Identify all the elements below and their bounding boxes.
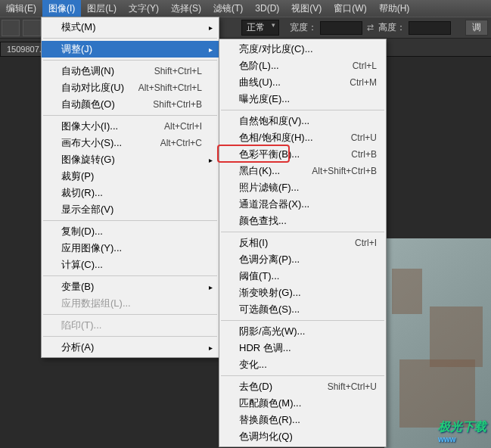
image-menu-item-20: 应用数据组(L)... [42, 295, 219, 312]
adjust-menu-item-label: 色调均化(Q) [239, 430, 293, 443]
menu-6[interactable]: 3D(D) [249, 1, 285, 16]
image-menu-item-shortcut: Alt+Ctrl+C [160, 138, 202, 148]
width-label: 宽度： [290, 21, 317, 34]
image-menu-item-10[interactable]: 图像旋转(G) [42, 151, 219, 168]
image-menu-item-label: 复制(D)... [61, 225, 103, 238]
adjust-menu-item-19[interactable]: 阴影/高光(W)... [219, 323, 386, 340]
adjust-menu-item-2[interactable]: 曲线(U)...Ctrl+M [219, 74, 386, 91]
image-menu-item-16[interactable]: 应用图像(Y)... [42, 240, 219, 257]
adjust-menu-item-25[interactable]: 替换颜色(R)... [219, 412, 386, 428]
menu-8[interactable]: 窗口(W) [328, 0, 372, 17]
image-menu-item-label: 自动色调(N) [61, 64, 114, 78]
image-menu-divider [43, 220, 217, 221]
adjust-menu-item-1[interactable]: 色阶(L)...Ctrl+L [219, 58, 386, 74]
image-menu-item-9[interactable]: 画布大小(S)...Alt+Ctrl+C [42, 135, 219, 151]
menu-1[interactable]: 图像(I) [42, 0, 81, 17]
image-menu-item-6[interactable]: 自动颜色(O)Shift+Ctrl+B [42, 96, 219, 113]
width-input[interactable] [320, 21, 362, 35]
image-menu-item-label: 调整(J) [61, 42, 92, 56]
image-menu-item-4[interactable]: 自动色调(N)Shift+Ctrl+L [42, 63, 219, 79]
image-menu-item-label: 自动颜色(O) [61, 98, 115, 111]
adjust-menu-item-3[interactable]: 曝光度(E)... [219, 91, 386, 107]
adjust-menu-item-shortcut: Ctrl+U [351, 132, 377, 143]
adjust-menu-item-26[interactable]: 色调均化(Q) [219, 428, 386, 445]
image-menu-item-19[interactable]: 变量(B) [42, 278, 219, 295]
image-menu-item-11[interactable]: 裁剪(P) [42, 168, 219, 185]
image-menu-item-label: 模式(M) [61, 20, 96, 34]
adjust-menu-item-label: 可选颜色(S)... [239, 303, 300, 316]
adjust-menu-item-21[interactable]: 变化... [219, 356, 386, 373]
adjust-menu-item-8[interactable]: 黑白(K)...Alt+Shift+Ctrl+B [219, 163, 386, 179]
adjust-menu-item-20[interactable]: HDR 色调... [219, 340, 386, 356]
adjust-menu-item-label: 照片滤镜(F)... [239, 181, 299, 194]
image-menu-divider [43, 115, 217, 116]
adjust-menu-item-15[interactable]: 阈值(T)... [219, 268, 386, 285]
menu-9[interactable]: 帮助(H) [373, 0, 416, 17]
adjust-menu-item-label: 阴影/高光(W)... [239, 325, 305, 338]
adjust-menu-item-label: 反相(I) [239, 236, 268, 250]
menu-5[interactable]: 滤镜(T) [207, 0, 249, 17]
image-menu-item-13[interactable]: 显示全部(V) [42, 201, 219, 218]
image-menu-item-8[interactable]: 图像大小(I)...Alt+Ctrl+I [42, 118, 219, 135]
adjust-menu-item-label: HDR 色调... [239, 341, 291, 355]
image-menu-item-24[interactable]: 分析(A) [42, 339, 219, 356]
adjust-menu-item-label: 匹配颜色(M)... [239, 397, 301, 410]
adjust-menu-item-17[interactable]: 可选颜色(S)... [219, 301, 386, 318]
adjust-menu-item-label: 色调分离(P)... [239, 253, 300, 266]
image-menu-item-15[interactable]: 复制(D)... [42, 223, 219, 240]
image-menu-item-label: 自动对比度(U) [61, 81, 124, 95]
tool-icon-2[interactable] [23, 20, 41, 36]
adjust-menu-item-5[interactable]: 自然饱和度(V)... [219, 113, 386, 129]
image-menu-item-label: 变量(B) [61, 280, 94, 294]
adjust-menu-item-24[interactable]: 匹配颜色(M)... [219, 395, 386, 412]
image-menu-item-5[interactable]: 自动对比度(U)Alt+Shift+Ctrl+L [42, 79, 219, 96]
menu-4[interactable]: 选择(S) [165, 0, 207, 17]
image-menu-divider [43, 336, 217, 337]
menu-0[interactable]: 编辑(E) [0, 0, 42, 17]
adjustments-submenu[interactable]: 亮度/对比度(C)...色阶(L)...Ctrl+L曲线(U)...Ctrl+M… [219, 39, 387, 447]
adjust-menu-item-6[interactable]: 色相/饱和度(H)...Ctrl+U [219, 129, 386, 146]
adjust-menu-item-9[interactable]: 照片滤镜(F)... [219, 179, 386, 196]
adjust-menu-item-23[interactable]: 去色(D)Shift+Ctrl+U [219, 378, 386, 395]
image-menu-divider [43, 275, 217, 276]
adjust-menu-item-shortcut: Ctrl+M [350, 77, 377, 88]
adjust-menu-item-11[interactable]: 颜色查找... [219, 213, 386, 229]
adjust-menu-item-10[interactable]: 通道混合器(X)... [219, 196, 386, 213]
height-input[interactable] [409, 21, 451, 35]
adjust-menu-item-13[interactable]: 反相(I)Ctrl+I [219, 235, 386, 251]
image-menu-item-shortcut: Alt+Ctrl+I [164, 121, 202, 132]
adjust-menu-item-16[interactable]: 渐变映射(G)... [219, 285, 386, 301]
menu-2[interactable]: 图层(L) [81, 0, 123, 17]
image-menu-item-12[interactable]: 裁切(R)... [42, 185, 219, 201]
swap-icon[interactable]: ⇄ [367, 23, 374, 33]
image-menu-item-0[interactable]: 模式(M) [42, 19, 219, 36]
document-image [384, 238, 491, 448]
adjust-button[interactable]: 调 [465, 20, 488, 36]
image-menu-item-shortcut: Shift+Ctrl+L [154, 66, 202, 76]
adjust-menu-item-shortcut: Alt+Shift+Ctrl+B [312, 166, 377, 176]
adjust-menu-item-label: 亮度/对比度(C)... [239, 42, 313, 56]
image-menu-divider [43, 60, 217, 61]
adjust-menu-item-label: 自然饱和度(V)... [239, 114, 309, 128]
menu-7[interactable]: 视图(V) [285, 0, 328, 17]
image-menu[interactable]: 模式(M)调整(J)自动色调(N)Shift+Ctrl+L自动对比度(U)Alt… [41, 17, 219, 358]
blend-mode-select[interactable]: 正常 [241, 20, 279, 36]
menu-3[interactable]: 文字(Y) [123, 0, 165, 17]
height-label: 高度： [378, 21, 406, 34]
adjust-menu-item-label: 颜色查找... [239, 214, 287, 228]
image-menu-item-17[interactable]: 计算(C)... [42, 257, 219, 273]
image-menu-item-2[interactable]: 调整(J) [42, 41, 219, 58]
image-menu-item-label: 裁切(R)... [61, 186, 103, 200]
adjust-menu-item-0[interactable]: 亮度/对比度(C)... [219, 41, 386, 58]
image-menu-item-label: 图像旋转(G) [61, 153, 115, 166]
image-menu-item-label: 应用数据组(L)... [61, 297, 131, 310]
adjust-menu-item-label: 黑白(K)... [239, 164, 280, 178]
adjust-menu-divider [221, 232, 384, 232]
adjust-menu-item-label: 去色(D) [239, 380, 272, 394]
adjust-menu-item-label: 变化... [239, 358, 267, 372]
image-menu-item-label: 应用图像(Y)... [61, 241, 122, 255]
watermark-url: www [438, 435, 486, 443]
adjust-menu-item-14[interactable]: 色调分离(P)... [219, 251, 386, 268]
tool-icon-1[interactable] [2, 20, 20, 36]
image-menu-item-label: 裁剪(P) [61, 170, 94, 183]
